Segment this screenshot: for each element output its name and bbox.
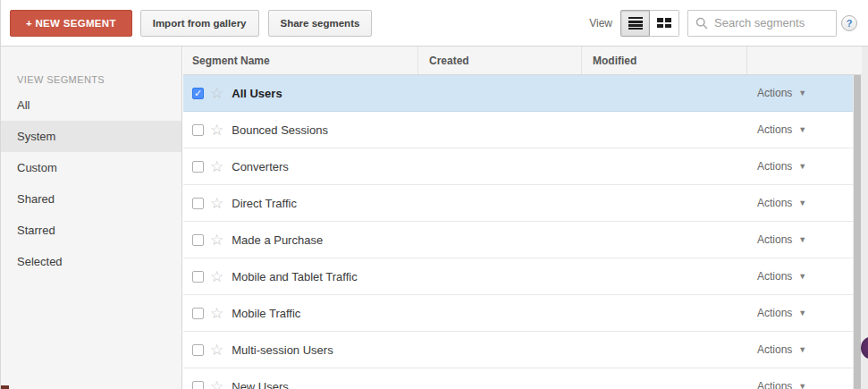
star-icon[interactable]: ☆ <box>210 159 223 174</box>
segment-name: New Users <box>232 380 289 389</box>
table-header: Segment Name Created Modified <box>183 47 862 75</box>
actions-label: Actions <box>757 197 792 209</box>
chevron-down-icon: ▼ <box>798 162 806 171</box>
actions-dropdown[interactable]: Actions ▼ <box>757 332 806 368</box>
actions-dropdown[interactable]: Actions ▼ <box>757 185 806 221</box>
row-checkbox[interactable] <box>192 88 204 99</box>
segment-name: Converters <box>232 160 289 173</box>
search-icon <box>695 17 708 30</box>
sidebar-heading: VIEW SEGMENTS <box>1 70 181 89</box>
toolbar: + NEW SEGMENT Import from gallery Share … <box>1 0 868 47</box>
scrollbar-thumb[interactable] <box>854 75 861 389</box>
segment-name: Bounced Sessions <box>232 123 328 137</box>
table-row[interactable]: ☆ Multi-session Users Actions ▼ <box>183 332 853 368</box>
star-icon[interactable]: ☆ <box>210 306 223 321</box>
column-header-segment-name[interactable]: Segment Name <box>183 47 417 74</box>
actions-dropdown[interactable]: Actions ▼ <box>757 148 806 184</box>
sidebar-item-system[interactable]: System <box>1 121 181 152</box>
view-segments-sidebar: VIEW SEGMENTS AllSystemCustomSharedStarr… <box>1 47 182 389</box>
segment-name: Mobile Traffic <box>232 307 300 320</box>
share-segments-button[interactable]: Share segments <box>268 10 373 37</box>
row-checkbox[interactable] <box>192 161 204 173</box>
chevron-down-icon: ▼ <box>798 382 806 389</box>
row-checkbox[interactable] <box>192 381 204 389</box>
star-icon[interactable]: ☆ <box>210 342 223 358</box>
table-row[interactable]: ☆ All Users Actions ▼ <box>183 75 853 112</box>
actions-label: Actions <box>757 270 792 283</box>
table-row[interactable]: ☆ Direct Traffic Actions ▼ <box>183 185 853 222</box>
star-icon[interactable]: ☆ <box>210 196 223 211</box>
segment-name: Mobile and Tablet Traffic <box>232 270 357 283</box>
actions-dropdown[interactable]: Actions ▼ <box>757 295 806 331</box>
grid-view-icon <box>657 18 671 28</box>
segment-name: Made a Purchase <box>232 233 323 247</box>
column-header-modified[interactable]: Modified <box>581 47 746 74</box>
actions-dropdown[interactable]: Actions ▼ <box>757 222 806 258</box>
row-checkbox[interactable] <box>192 344 204 356</box>
sidebar-item-shared[interactable]: Shared <box>1 183 181 215</box>
star-icon[interactable]: ☆ <box>210 379 223 389</box>
corner-artifact <box>1 385 9 389</box>
chevron-down-icon: ▼ <box>798 345 806 354</box>
segment-name: All Users <box>232 87 282 100</box>
actions-label: Actions <box>757 87 792 99</box>
actions-label: Actions <box>757 307 792 319</box>
star-icon[interactable]: ☆ <box>210 123 223 138</box>
chevron-down-icon: ▼ <box>798 125 806 134</box>
table-body: ☆ All Users Actions ▼ ☆ Bounced Sessions… <box>183 75 853 389</box>
row-checkbox[interactable] <box>192 124 204 136</box>
chevron-down-icon: ▼ <box>798 272 806 281</box>
actions-dropdown[interactable]: Actions ▼ <box>757 75 806 111</box>
chevron-down-icon: ▼ <box>798 235 806 244</box>
star-icon[interactable]: ☆ <box>210 233 223 248</box>
table-row[interactable]: ☆ New Users Actions ▼ <box>183 368 853 389</box>
table-row[interactable]: ☆ Mobile and Tablet Traffic Actions ▼ <box>183 258 853 295</box>
toolbar-right-group: View ? <box>589 10 857 37</box>
chevron-down-icon: ▼ <box>798 309 806 317</box>
actions-dropdown[interactable]: Actions ▼ <box>757 368 806 389</box>
sidebar-items: AllSystemCustomSharedStarredSelected <box>1 89 181 277</box>
table-row[interactable]: ☆ Converters Actions ▼ <box>183 148 853 185</box>
segment-name: Direct Traffic <box>232 197 297 210</box>
grid-view-toggle[interactable] <box>650 10 679 37</box>
search-input[interactable] <box>714 16 829 30</box>
table-row[interactable]: ☆ Mobile Traffic Actions ▼ <box>183 295 853 332</box>
import-from-gallery-button[interactable]: Import from gallery <box>140 10 259 37</box>
row-checkbox[interactable] <box>192 308 204 319</box>
column-header-created[interactable]: Created <box>417 47 581 74</box>
help-icon[interactable]: ? <box>841 15 857 31</box>
new-segment-button[interactable]: + NEW SEGMENT <box>10 10 132 37</box>
actions-dropdown[interactable]: Actions ▼ <box>757 112 806 148</box>
row-checkbox[interactable] <box>192 234 204 246</box>
chevron-down-icon: ▼ <box>798 199 806 207</box>
list-view-toggle[interactable] <box>620 10 650 37</box>
sidebar-item-starred[interactable]: Starred <box>1 215 181 246</box>
segments-manager-window: + NEW SEGMENT Import from gallery Share … <box>0 0 868 389</box>
actions-label: Actions <box>757 160 792 173</box>
sidebar-item-all[interactable]: All <box>1 89 181 121</box>
row-checkbox[interactable] <box>192 198 204 209</box>
list-view-icon <box>628 17 643 30</box>
chevron-down-icon: ▼ <box>798 89 806 97</box>
actions-label: Actions <box>757 123 792 136</box>
segment-search-box[interactable] <box>687 10 837 37</box>
view-label: View <box>589 17 612 30</box>
actions-label: Actions <box>757 233 792 246</box>
actions-dropdown[interactable]: Actions ▼ <box>757 258 806 294</box>
table-row[interactable]: ☆ Made a Purchase Actions ▼ <box>183 222 853 258</box>
column-header-actions <box>746 47 862 74</box>
star-icon[interactable]: ☆ <box>210 86 223 101</box>
view-toggle-group <box>620 10 679 37</box>
vertical-scrollbar[interactable] <box>853 75 862 389</box>
segment-name: Multi-session Users <box>232 343 333 357</box>
row-checkbox[interactable] <box>192 271 204 283</box>
segments-table: Segment Name Created Modified ☆ All User… <box>183 47 853 389</box>
star-icon[interactable]: ☆ <box>210 269 223 284</box>
table-row[interactable]: ☆ Bounced Sessions Actions ▼ <box>183 112 853 148</box>
sidebar-item-custom[interactable]: Custom <box>1 152 181 183</box>
actions-label: Actions <box>757 343 792 356</box>
sidebar-item-selected[interactable]: Selected <box>1 246 181 277</box>
actions-label: Actions <box>757 380 792 389</box>
